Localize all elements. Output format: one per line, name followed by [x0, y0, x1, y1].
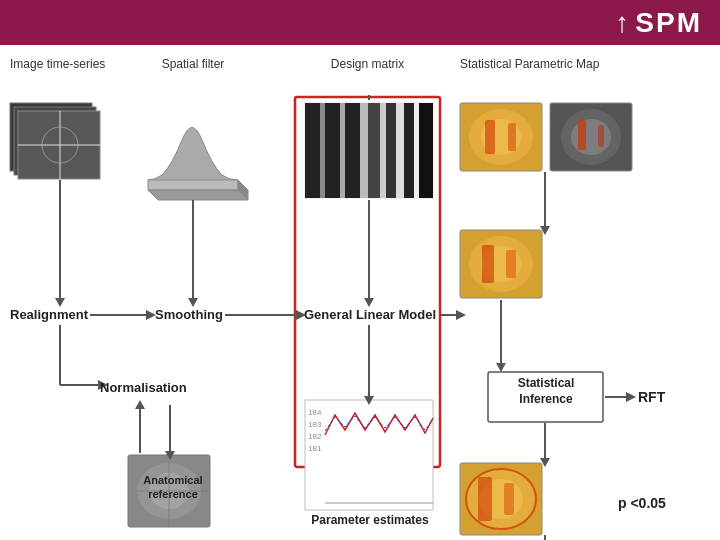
design-matrix-label: Design matrix: [320, 57, 415, 71]
normalisation-label: Normalisation: [100, 380, 187, 395]
svg-rect-23: [419, 103, 433, 198]
svg-rect-37: [482, 245, 494, 283]
svg-rect-14: [340, 103, 345, 198]
svg-rect-18: [380, 103, 386, 198]
glm-label: General Linear Model: [302, 307, 438, 322]
svg-marker-67: [456, 310, 466, 320]
svg-rect-33: [598, 125, 604, 147]
svg-rect-15: [345, 103, 360, 198]
svg-rect-12: [320, 103, 325, 198]
svg-marker-76: [540, 458, 550, 467]
svg-rect-20: [396, 103, 404, 198]
svg-rect-11: [305, 103, 320, 198]
svg-rect-34: [460, 230, 542, 298]
svg-marker-86: [364, 396, 374, 405]
svg-rect-27: [485, 120, 495, 154]
svg-rect-2: [14, 107, 96, 175]
svg-rect-1: [10, 103, 92, 171]
svg-marker-71: [496, 363, 506, 372]
svg-rect-39: [460, 463, 542, 535]
statistical-inference-label: Statistical Inference: [490, 376, 602, 407]
svg-marker-74: [626, 392, 636, 402]
realignment-label: Realignment: [10, 307, 88, 322]
svg-point-40: [466, 469, 536, 529]
svg-text:184: 184: [308, 408, 322, 417]
svg-rect-0: [295, 97, 440, 467]
svg-rect-29: [550, 103, 632, 171]
svg-rect-32: [578, 120, 586, 150]
svg-point-35: [469, 236, 533, 292]
svg-point-31: [571, 119, 611, 155]
svg-rect-22: [414, 103, 419, 198]
svg-marker-61: [188, 298, 198, 307]
svg-rect-50: [305, 400, 433, 510]
arrow-icon: ↑: [615, 7, 631, 39]
svg-rect-38: [506, 250, 516, 278]
svg-point-41: [479, 479, 523, 519]
parameter-estimates-label: Parameter estimates: [302, 513, 438, 527]
svg-point-6: [42, 127, 78, 163]
svg-text:183: 183: [308, 420, 322, 429]
svg-point-36: [481, 246, 521, 282]
svg-rect-10: [305, 103, 433, 198]
svg-marker-57: [55, 298, 65, 307]
svg-marker-84: [135, 400, 145, 409]
svg-rect-3: [18, 111, 100, 179]
svg-text:182: 182: [308, 432, 322, 441]
smoothing-label: Smoothing: [155, 307, 223, 322]
rft-label: RFT: [638, 389, 665, 405]
main-diagram: 184 183 182 181: [0, 45, 720, 540]
svg-point-30: [561, 109, 621, 165]
svg-rect-17: [368, 103, 380, 198]
svg-marker-9: [238, 180, 248, 200]
svg-point-26: [481, 119, 521, 155]
spm-text: SPM: [635, 7, 702, 39]
svg-rect-19: [386, 103, 396, 198]
diagram-svg: 184 183 182 181: [0, 45, 720, 540]
svg-rect-43: [504, 483, 514, 515]
spm-logo: ↑ SPM: [615, 7, 702, 39]
statistical-parametric-map-label: Statistical Parametric Map: [460, 57, 670, 71]
anatomical-reference-label: Anatomical reference: [128, 473, 218, 502]
header: ↑ SPM: [0, 0, 720, 45]
svg-marker-82: [165, 451, 175, 460]
svg-text:181: 181: [308, 444, 322, 453]
svg-rect-13: [325, 103, 340, 198]
spatial-filter-label: Spatial filter: [148, 57, 238, 71]
svg-rect-16: [360, 103, 368, 198]
svg-marker-69: [540, 226, 550, 235]
p-value-label: p <0.05: [618, 495, 666, 511]
svg-rect-28: [508, 123, 516, 151]
svg-rect-21: [404, 103, 414, 198]
svg-point-44: [466, 469, 536, 529]
svg-rect-42: [478, 477, 492, 521]
svg-point-25: [469, 109, 533, 165]
svg-rect-24: [460, 103, 542, 171]
svg-marker-65: [364, 298, 374, 307]
svg-marker-8: [148, 190, 248, 200]
image-timeseries-label: Image time-series: [10, 57, 105, 71]
svg-marker-7: [148, 180, 238, 190]
